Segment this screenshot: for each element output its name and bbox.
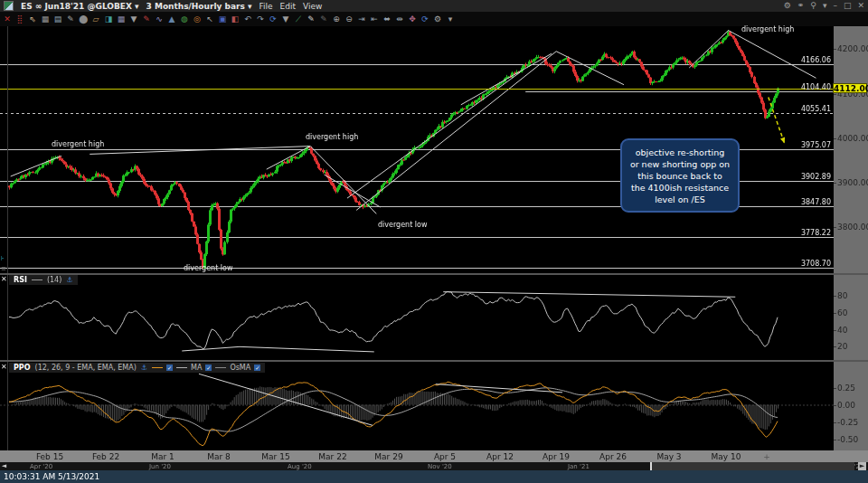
window-titlebar: ES ∞ Jun18'21 @GLOBEX ▾ 3 Months/Hourly … <box>0 0 868 12</box>
settings-icon[interactable]: ⚙ <box>784 2 791 10</box>
filter-icon[interactable]: ▼ <box>128 14 139 24</box>
reload-data-icon[interactable]: ⟳ <box>420 14 430 24</box>
tile-windows-icon[interactable]: ▦ <box>116 14 127 24</box>
close-chart-icon[interactable]: ✕ <box>2 14 13 24</box>
ppo-legend-checkbox[interactable]: ✓ <box>205 365 212 371</box>
main-toolbar: ✕⣿⇖▦▤✎⬤▱◨▦▼✎∿▲◍◎↖▣◧↶↷⟳▼⟋✎✎⊕⊖⇥⇤⬌⇹✥⟳⚙▾ <box>0 12 868 26</box>
funnel-icon[interactable]: ▼ <box>280 14 291 24</box>
sphere-tool-icon[interactable]: ◍ <box>179 14 190 24</box>
new-chart-icon[interactable]: ◨ <box>103 14 114 24</box>
trading-app-window: ES ∞ Jun18'21 @GLOBEX ▾ 3 Months/Hourly … <box>0 0 868 483</box>
ruler-icon[interactable]: ⟋ <box>293 14 304 24</box>
minimize-icon[interactable]: – <box>833 2 837 10</box>
ppo-legend-swatch-icon <box>152 367 163 368</box>
more-dropdown-icon[interactable]: ▾ <box>445 14 456 24</box>
rsi-panel-canvas[interactable] <box>0 275 834 361</box>
scroll-left-arrow[interactable]: ◄ <box>0 462 8 470</box>
ppo-legend-label: MA <box>191 364 202 372</box>
compress-horizontal-icon[interactable]: ⇹ <box>394 14 405 24</box>
scrollbar-thumb[interactable] <box>650 462 854 470</box>
chartbook-grid-icon[interactable]: ▦ <box>40 14 51 24</box>
panel-splitter-2[interactable] <box>0 360 868 362</box>
ppo-legend-swatch-icon <box>176 367 187 368</box>
undo-icon[interactable]: ↶ <box>242 14 253 24</box>
ppo-legend-checkbox[interactable]: ✓ <box>254 365 260 371</box>
symbol-title[interactable]: ES ∞ Jun18'21 @GLOBEX ▾ <box>21 2 139 11</box>
panel-red-icon[interactable]: ◧ <box>230 14 241 24</box>
ppo-legend-checkbox[interactable]: ✓ <box>166 365 173 371</box>
menu-view[interactable]: View <box>303 2 322 11</box>
pen-light-icon[interactable]: ✎ <box>306 14 316 24</box>
status-clock: 10:03:31 AM 5/13/2021 <box>4 472 99 481</box>
pointer-tool-icon[interactable]: ⇖ <box>27 14 38 24</box>
freehand-line-icon[interactable]: ∿ <box>154 14 165 24</box>
folder-icon[interactable]: ▱ <box>90 14 101 24</box>
close-icon[interactable]: ✕ <box>857 2 864 10</box>
hand-tool-icon[interactable]: ✥ <box>407 14 418 24</box>
zoom-in-icon[interactable]: ⊕ <box>331 14 342 24</box>
ppo-label: PPO <box>14 364 31 372</box>
tools-icon[interactable]: ⚙ <box>432 14 443 24</box>
anchor-icon[interactable]: ⚓ <box>66 276 72 284</box>
rsi-line-swatch-icon <box>32 279 42 280</box>
expand-horizontal-icon[interactable]: ⬌ <box>382 14 392 24</box>
pen-dark-icon[interactable]: ✎ <box>318 14 329 24</box>
link-icon[interactable]: ⚭ <box>797 2 805 10</box>
app-icon <box>4 1 14 11</box>
time-axis[interactable] <box>0 450 868 462</box>
window-controls: ⚙⚭⚲▾–□✕ <box>784 2 864 10</box>
timeframe-selector[interactable]: 3 Months/Hourly bars ▾ <box>146 2 252 11</box>
menu-edit[interactable]: Edit <box>280 2 296 11</box>
rsi-params: (14) <box>47 276 61 284</box>
annotate-pen-icon[interactable]: ✎ <box>141 14 152 24</box>
panel-blue-icon[interactable]: ▣ <box>217 14 228 24</box>
ppo-legend-swatch-icon <box>215 367 226 368</box>
panel-grip-icon[interactable]: ≡ <box>1 266 6 272</box>
ppo-params: (12, 26, 9 - EMA, EMA, EMA) <box>35 364 137 372</box>
refresh-icon[interactable]: ⟳ <box>268 14 278 24</box>
select-arrow-icon[interactable]: ↖ <box>204 14 215 24</box>
rsi-close-button[interactable]: ✕ <box>1 276 8 283</box>
triangle-tool-icon[interactable]: ▲ <box>166 14 177 24</box>
draw-pen-icon[interactable]: ✎ <box>65 14 76 24</box>
rsi-label: RSI <box>14 276 27 284</box>
scale-left-icon[interactable]: ⇥ <box>356 14 367 24</box>
last-price-badge: 4112.00 <box>833 83 867 93</box>
chart-marker-icon[interactable]: ⊦ <box>1 256 5 262</box>
ppo-close-button[interactable]: ✕ <box>1 364 8 371</box>
ppo-legend-label: OsMA <box>230 364 250 372</box>
zoom-out-icon[interactable]: ⊖ <box>344 14 354 24</box>
scroll-right-arrow[interactable]: ► <box>858 462 866 470</box>
target-tool-icon[interactable]: ◎ <box>192 14 203 24</box>
ppo-panel-canvas[interactable] <box>0 362 834 450</box>
pin-dropdown-icon[interactable]: ▾ <box>823 2 827 10</box>
scale-right-icon[interactable]: ⇤ <box>369 14 380 24</box>
menu-file[interactable]: File <box>259 2 272 11</box>
ppo-legend: ✓MA✓OsMA✓ <box>152 364 260 372</box>
circle-tool-icon[interactable]: ⬤ <box>78 14 89 24</box>
chart-grid-red-icon[interactable]: ⣿ <box>14 14 25 24</box>
ppo-panel-header: PPO (12, 26, 9 - EMA, EMA, EMA) ⚓ ✓MA✓Os… <box>9 363 265 373</box>
anchor-icon[interactable]: ⚓ <box>141 364 147 372</box>
rsi-panel-header: RSI (14) ⚓ <box>9 275 78 285</box>
restore-icon[interactable]: □ <box>844 2 852 10</box>
trade-note-callout[interactable]: objective re-shorting or new shorting op… <box>620 138 740 213</box>
panel-splitter-1[interactable] <box>0 273 868 275</box>
status-bar: 10:03:31 AM 5/13/2021 <box>0 470 868 483</box>
redo-icon[interactable]: ↷ <box>255 14 266 24</box>
print-icon[interactable]: ▤ <box>52 14 63 24</box>
left-gutter-border <box>7 26 8 450</box>
pin-icon[interactable]: ⚲ <box>810 2 816 10</box>
